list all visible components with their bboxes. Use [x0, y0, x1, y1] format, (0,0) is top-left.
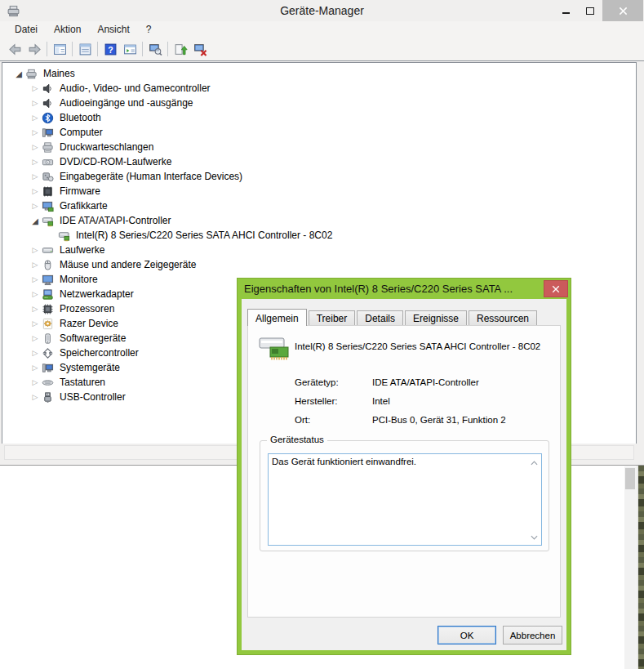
field-value: IDE ATA/ATAPI-Controller	[372, 377, 479, 387]
cancel-button[interactable]: Abbrechen	[503, 626, 562, 644]
tree-expander-expanded-icon[interactable]: ◢	[12, 69, 25, 78]
tree-expander-collapsed-icon[interactable]: ▷	[29, 128, 42, 136]
ok-button[interactable]: OK	[437, 626, 496, 644]
forward-button[interactable]	[24, 40, 44, 59]
tab-details[interactable]: Details	[357, 310, 403, 325]
window-controls	[553, 0, 643, 21]
tree-expander-collapsed-icon[interactable]: ▷	[29, 290, 42, 298]
tree-expander-collapsed-icon[interactable]: ▷	[29, 172, 42, 181]
tree-expander-collapsed-icon[interactable]: ▷	[29, 246, 42, 254]
background-scrollbar[interactable]	[624, 466, 636, 669]
firmware-icon	[42, 185, 58, 198]
tree-row[interactable]: ▷Grafikkarte	[2, 198, 636, 213]
menu-aktion[interactable]: Aktion	[46, 22, 89, 37]
tree-expander-collapsed-icon[interactable]: ▷	[29, 319, 42, 328]
titlebar: Geräte-Manager	[0, 0, 644, 21]
tree-item-label: Laufwerke	[58, 244, 104, 256]
tree-row[interactable]: ▷Druckwarteschlangen	[2, 140, 636, 154]
tree-expander-collapsed-icon[interactable]: ▷	[29, 363, 42, 372]
tree-row[interactable]: Intel(R) 8 Series/C220 Series SATA AHCI …	[2, 228, 636, 243]
tree-row[interactable]: ▷Mäuse und andere Zeigegeräte	[2, 257, 636, 272]
tree-expander-collapsed-icon[interactable]: ▷	[29, 99, 42, 107]
storage-controller-icon	[42, 347, 58, 359]
close-button[interactable]	[602, 0, 643, 21]
console-tree-icon	[53, 42, 67, 56]
tab-page-allgemein: Intel(R) 8 Series/C220 Series SATA AHCI …	[247, 325, 561, 618]
hid-icon	[42, 171, 58, 183]
tree-expander-collapsed-icon[interactable]: ▷	[29, 143, 42, 151]
bluetooth-icon	[42, 112, 58, 124]
device-field-row: Hersteller:Intel	[295, 391, 556, 410]
tree-row[interactable]: ▷Laufwerke	[2, 243, 636, 257]
tree-expander-collapsed-icon[interactable]: ▷	[29, 378, 42, 386]
tree-row[interactable]: ▷Audioeingänge und -ausgänge	[2, 96, 636, 110]
tree-item-label: Speichercontroller	[58, 347, 139, 359]
tree-expander-collapsed-icon[interactable]: ▷	[29, 334, 42, 342]
field-label: Ort:	[295, 415, 372, 425]
tree-row[interactable]: ◢Maines	[2, 66, 636, 81]
network-icon	[42, 288, 58, 301]
tab-ereignisse[interactable]: Ereignisse	[405, 310, 467, 325]
update-driver-icon	[174, 42, 188, 56]
properties-button[interactable]	[75, 40, 95, 59]
minimize-icon	[562, 12, 570, 14]
software-device-icon	[42, 332, 58, 345]
help-button[interactable]: ?	[100, 40, 120, 59]
toolbar-separator	[72, 42, 73, 56]
tree-row[interactable]: ▷Audio-, Video- und Gamecontroller	[2, 81, 636, 96]
scroll-up-icon[interactable]	[531, 457, 538, 467]
back-button[interactable]	[5, 40, 24, 59]
dialog-title: Eigenschaften von Intel(R) 8 Series/C220…	[238, 283, 513, 295]
menu-datei[interactable]: Datei	[7, 22, 46, 37]
window-list-button[interactable]	[120, 40, 140, 59]
tree-item-label: DVD/CD-ROM-Laufwerke	[58, 156, 171, 167]
tree-row[interactable]: ▷Bluetooth	[2, 110, 636, 125]
toolbar-separator	[167, 42, 168, 56]
dialog-close-button[interactable]	[544, 280, 568, 297]
tree-row[interactable]: ▷DVD/CD-ROM-Laufwerke	[2, 154, 636, 169]
tree-item-label: Bluetooth	[58, 112, 101, 123]
minimize-button[interactable]	[553, 0, 578, 21]
update-driver-button[interactable]	[171, 40, 190, 59]
tree-expander-collapsed-icon[interactable]: ▷	[29, 305, 42, 313]
tree-row[interactable]: ▷Computer	[2, 125, 636, 140]
tab-ressourcen[interactable]: Ressourcen	[469, 310, 537, 325]
tree-item-label: Audio-, Video- und Gamecontroller	[58, 83, 211, 94]
menu-ansicht[interactable]: Ansicht	[89, 22, 137, 37]
tab-allgemein[interactable]: Allgemein	[247, 309, 307, 326]
menu-hilfe[interactable]: ?	[138, 22, 160, 37]
tree-expander-expanded-icon[interactable]: ◢	[29, 216, 42, 225]
tree-expander-collapsed-icon[interactable]: ▷	[29, 202, 42, 210]
tree-expander-collapsed-icon[interactable]: ▷	[29, 158, 42, 166]
scroll-down-icon[interactable]	[531, 532, 538, 542]
tree-item-label: Mäuse und andere Zeigegeräte	[58, 259, 196, 270]
tree-row[interactable]: ◢IDE ATA/ATAPI-Controller	[2, 213, 636, 228]
tree-expander-collapsed-icon[interactable]: ▷	[29, 114, 42, 122]
keyboard-icon	[42, 377, 58, 389]
system-device-icon	[42, 127, 58, 139]
tree-expander-collapsed-icon[interactable]: ▷	[29, 349, 42, 357]
device-card-icon	[259, 336, 290, 361]
tab-treiber[interactable]: Treiber	[309, 310, 356, 325]
tree-expander-collapsed-icon[interactable]: ▷	[29, 187, 42, 195]
scan-hardware-button[interactable]	[145, 40, 165, 59]
device-field-row: Ort:PCI-Bus 0, Gerät 31, Funktion 2	[295, 410, 556, 429]
maximize-button[interactable]	[578, 0, 602, 21]
tree-expander-collapsed-icon[interactable]: ▷	[29, 393, 42, 401]
printer-icon	[42, 141, 58, 154]
tree-row[interactable]: ▷Eingabegeräte (Human Interface Devices)	[2, 169, 636, 184]
cpu-icon	[42, 303, 58, 315]
device-status-textbox[interactable]: Das Gerät funktioniert einwandfrei.	[268, 453, 542, 546]
tree-expander-collapsed-icon[interactable]: ▷	[29, 275, 42, 283]
console-tree-button[interactable]	[50, 40, 69, 59]
properties-dialog: Eigenschaften von Intel(R) 8 Series/C220…	[238, 279, 571, 654]
tree-item-label: Intel(R) 8 Series/C220 Series SATA AHCI …	[74, 230, 332, 241]
tree-row[interactable]: ▷Firmware	[2, 184, 636, 198]
background-scrollbar-thumb[interactable]	[625, 468, 635, 489]
back-icon	[8, 42, 22, 56]
textbox-scrollbar[interactable]	[528, 455, 540, 544]
tree-expander-collapsed-icon[interactable]: ▷	[29, 261, 42, 269]
system-device-icon	[42, 362, 58, 374]
uninstall-device-button[interactable]	[190, 40, 210, 59]
tree-expander-collapsed-icon[interactable]: ▷	[29, 84, 42, 92]
